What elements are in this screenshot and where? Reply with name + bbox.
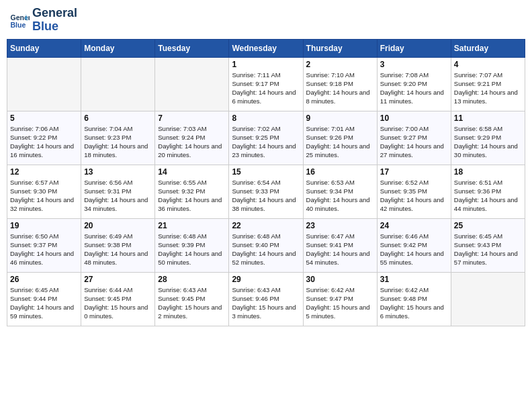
day-info: Sunrise: 7:07 AMSunset: 9:21 PMDaylight:… <box>454 71 522 106</box>
day-info: Sunrise: 6:57 AMSunset: 9:30 PMDaylight:… <box>10 178 78 214</box>
calendar-cell <box>7 57 81 111</box>
day-number: 12 <box>10 167 78 177</box>
calendar-cell: 15Sunrise: 6:54 AMSunset: 9:33 PMDayligh… <box>229 165 303 218</box>
day-info: Sunrise: 7:02 AMSunset: 9:25 PMDaylight:… <box>232 124 300 160</box>
day-number: 14 <box>158 167 226 177</box>
page-header: General Blue General Blue <box>7 7 525 34</box>
day-number: 1 <box>232 60 300 69</box>
day-number: 10 <box>380 113 448 123</box>
day-info: Sunrise: 6:46 AMSunset: 9:42 PMDaylight:… <box>380 232 448 267</box>
calendar-cell: 11Sunrise: 6:58 AMSunset: 9:29 PMDayligh… <box>451 111 525 165</box>
day-number: 2 <box>306 60 374 69</box>
calendar-body: 1Sunrise: 7:11 AMSunset: 9:17 PMDaylight… <box>7 57 525 326</box>
day-number: 31 <box>380 275 448 284</box>
day-number: 30 <box>306 275 374 284</box>
day-number: 13 <box>84 167 152 177</box>
calendar-cell: 30Sunrise: 6:42 AMSunset: 9:47 PMDayligh… <box>303 272 377 326</box>
day-number: 29 <box>232 275 300 284</box>
calendar-cell: 29Sunrise: 6:43 AMSunset: 9:46 PMDayligh… <box>229 272 303 326</box>
day-info: Sunrise: 7:00 AMSunset: 9:27 PMDaylight:… <box>380 124 448 160</box>
day-info: Sunrise: 6:52 AMSunset: 9:35 PMDaylight:… <box>380 178 448 214</box>
calendar-cell: 10Sunrise: 7:00 AMSunset: 9:27 PMDayligh… <box>377 111 451 165</box>
calendar-cell <box>81 57 155 111</box>
day-info: Sunrise: 7:04 AMSunset: 9:23 PMDaylight:… <box>84 124 152 160</box>
column-header-monday: Monday <box>81 39 155 57</box>
day-number: 26 <box>10 275 78 284</box>
day-number: 9 <box>306 113 374 123</box>
day-number: 4 <box>454 60 522 69</box>
day-number: 8 <box>232 113 300 123</box>
calendar-week-row: 5Sunrise: 7:06 AMSunset: 9:22 PMDaylight… <box>7 111 525 165</box>
calendar-cell: 8Sunrise: 7:02 AMSunset: 9:25 PMDaylight… <box>229 111 303 165</box>
day-info: Sunrise: 6:55 AMSunset: 9:32 PMDaylight:… <box>158 178 226 214</box>
day-info: Sunrise: 7:10 AMSunset: 9:18 PMDaylight:… <box>306 71 374 106</box>
day-info: Sunrise: 6:42 AMSunset: 9:47 PMDaylight:… <box>306 285 374 321</box>
calendar-cell: 4Sunrise: 7:07 AMSunset: 9:21 PMDaylight… <box>451 57 525 111</box>
calendar-cell: 5Sunrise: 7:06 AMSunset: 9:22 PMDaylight… <box>7 111 81 165</box>
day-number: 7 <box>158 113 226 123</box>
day-info: Sunrise: 6:56 AMSunset: 9:31 PMDaylight:… <box>84 178 152 214</box>
day-info: Sunrise: 6:53 AMSunset: 9:34 PMDaylight:… <box>306 178 374 214</box>
day-info: Sunrise: 6:49 AMSunset: 9:38 PMDaylight:… <box>84 232 152 267</box>
day-info: Sunrise: 6:48 AMSunset: 9:39 PMDaylight:… <box>158 232 226 267</box>
day-info: Sunrise: 7:08 AMSunset: 9:20 PMDaylight:… <box>380 71 448 106</box>
day-info: Sunrise: 6:42 AMSunset: 9:48 PMDaylight:… <box>380 285 448 321</box>
calendar-cell <box>155 57 229 111</box>
day-number: 11 <box>454 113 522 123</box>
day-info: Sunrise: 7:06 AMSunset: 9:22 PMDaylight:… <box>10 124 78 160</box>
day-number: 21 <box>158 221 226 230</box>
day-number: 18 <box>454 167 522 177</box>
calendar-cell: 18Sunrise: 6:51 AMSunset: 9:36 PMDayligh… <box>451 165 525 218</box>
calendar-cell: 2Sunrise: 7:10 AMSunset: 9:18 PMDaylight… <box>303 57 377 111</box>
day-number: 20 <box>84 221 152 230</box>
calendar-cell: 9Sunrise: 7:01 AMSunset: 9:26 PMDaylight… <box>303 111 377 165</box>
calendar-cell: 17Sunrise: 6:52 AMSunset: 9:35 PMDayligh… <box>377 165 451 218</box>
calendar-cell: 23Sunrise: 6:47 AMSunset: 9:41 PMDayligh… <box>303 218 377 272</box>
calendar-cell: 1Sunrise: 7:11 AMSunset: 9:17 PMDaylight… <box>229 57 303 111</box>
day-info: Sunrise: 6:58 AMSunset: 9:29 PMDaylight:… <box>454 124 522 160</box>
day-number: 17 <box>380 167 448 177</box>
calendar-header-row: SundayMondayTuesdayWednesdayThursdayFrid… <box>7 39 525 57</box>
day-info: Sunrise: 6:54 AMSunset: 9:33 PMDaylight:… <box>232 178 300 214</box>
day-number: 16 <box>306 167 374 177</box>
day-number: 19 <box>10 221 78 230</box>
calendar-cell: 3Sunrise: 7:08 AMSunset: 9:20 PMDaylight… <box>377 57 451 111</box>
calendar-cell: 19Sunrise: 6:50 AMSunset: 9:37 PMDayligh… <box>7 218 81 272</box>
column-header-sunday: Sunday <box>7 39 81 57</box>
day-number: 15 <box>232 167 300 177</box>
column-header-thursday: Thursday <box>303 39 377 57</box>
calendar-cell: 13Sunrise: 6:56 AMSunset: 9:31 PMDayligh… <box>81 165 155 218</box>
calendar-cell: 31Sunrise: 6:42 AMSunset: 9:48 PMDayligh… <box>377 272 451 326</box>
calendar-cell <box>451 272 525 326</box>
day-info: Sunrise: 7:01 AMSunset: 9:26 PMDaylight:… <box>306 124 374 160</box>
svg-text:Blue: Blue <box>11 20 26 28</box>
calendar-table: SundayMondayTuesdayWednesdayThursdayFrid… <box>7 39 525 326</box>
logo-icon: General Blue <box>9 10 30 30</box>
day-number: 3 <box>380 60 448 69</box>
calendar-cell: 20Sunrise: 6:49 AMSunset: 9:38 PMDayligh… <box>81 218 155 272</box>
calendar-cell: 25Sunrise: 6:45 AMSunset: 9:43 PMDayligh… <box>451 218 525 272</box>
day-number: 22 <box>232 221 300 230</box>
day-number: 24 <box>380 221 448 230</box>
day-info: Sunrise: 6:44 AMSunset: 9:45 PMDaylight:… <box>84 285 152 321</box>
calendar-week-row: 26Sunrise: 6:45 AMSunset: 9:44 PMDayligh… <box>7 272 525 326</box>
day-number: 5 <box>10 113 78 123</box>
day-number: 28 <box>158 275 226 284</box>
calendar-cell: 12Sunrise: 6:57 AMSunset: 9:30 PMDayligh… <box>7 165 81 218</box>
calendar-cell: 7Sunrise: 7:03 AMSunset: 9:24 PMDaylight… <box>155 111 229 165</box>
calendar-cell: 27Sunrise: 6:44 AMSunset: 9:45 PMDayligh… <box>81 272 155 326</box>
day-info: Sunrise: 6:45 AMSunset: 9:43 PMDaylight:… <box>454 232 522 267</box>
day-number: 25 <box>454 221 522 230</box>
calendar-week-row: 19Sunrise: 6:50 AMSunset: 9:37 PMDayligh… <box>7 218 525 272</box>
day-number: 27 <box>84 275 152 284</box>
day-info: Sunrise: 6:48 AMSunset: 9:40 PMDaylight:… <box>232 232 300 267</box>
calendar-cell: 24Sunrise: 6:46 AMSunset: 9:42 PMDayligh… <box>377 218 451 272</box>
day-info: Sunrise: 7:03 AMSunset: 9:24 PMDaylight:… <box>158 124 226 160</box>
day-info: Sunrise: 7:11 AMSunset: 9:17 PMDaylight:… <box>232 71 300 106</box>
logo-text: General Blue <box>32 7 77 34</box>
day-info: Sunrise: 6:50 AMSunset: 9:37 PMDaylight:… <box>10 232 78 267</box>
day-info: Sunrise: 6:43 AMSunset: 9:45 PMDaylight:… <box>158 285 226 321</box>
calendar-cell: 26Sunrise: 6:45 AMSunset: 9:44 PMDayligh… <box>7 272 81 326</box>
calendar-week-row: 1Sunrise: 7:11 AMSunset: 9:17 PMDaylight… <box>7 57 525 111</box>
column-header-wednesday: Wednesday <box>229 39 303 57</box>
